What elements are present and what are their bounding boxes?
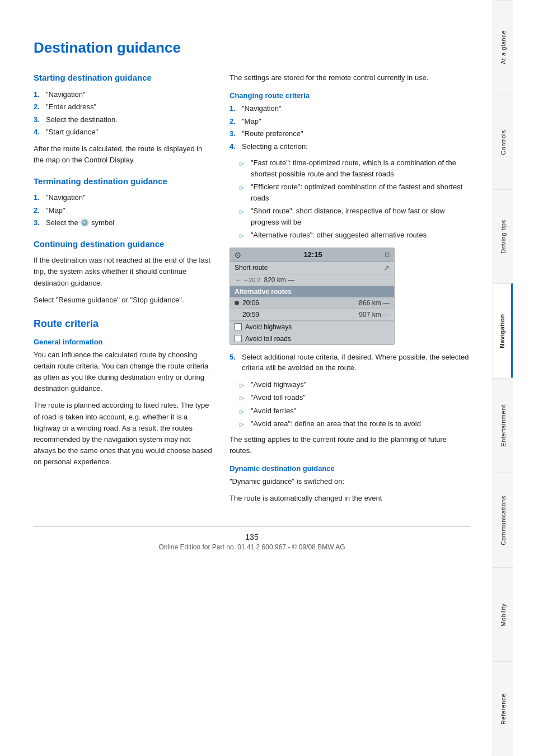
section-starting: Starting destination guidance 1. "Naviga…: [34, 72, 213, 166]
changing-step-5: 5. Select additional route criteria, if …: [229, 352, 470, 374]
nav-map-header: ⊙ 12:15 ⊡: [230, 248, 394, 262]
step5-container: 5. Select additional route criteria, if …: [229, 352, 470, 374]
starting-steps: 1. "Navigation" 2. "Enter address" 3. Se…: [34, 89, 213, 138]
starting-step-3: 3. Select the destination.: [34, 114, 213, 125]
sidebar-tab-mobility[interactable]: Mobility: [493, 567, 513, 662]
sidebar: At a glance Controls Driving tips Naviga…: [493, 0, 513, 756]
general-body3: The settings are stored for the remote c…: [229, 72, 470, 83]
changing-step-3: 3. "Route preference": [229, 128, 470, 139]
changing-steps: 1. "Navigation" 2. "Map" 3. "Route prefe…: [229, 103, 470, 152]
page-footer: 135 Online Edition for Part no. 01 41 2 …: [34, 526, 470, 551]
changing-step-2: 2. "Map": [229, 116, 470, 127]
section-route-criteria: Route criteria General information You c…: [34, 318, 213, 468]
nav-map-alt-header: Alternative routes: [230, 286, 394, 297]
section-dynamic: Dynamic destination guidance "Dynamic gu…: [229, 464, 470, 504]
dynamic-body2: The route is automatically changed in th…: [229, 493, 470, 504]
nav-map-icon: ⊙: [235, 250, 241, 259]
sidebar-tab-navigation[interactable]: Navigation: [493, 283, 513, 378]
general-body2: The route is planned according to fixed …: [34, 400, 213, 468]
changing-title: Changing route criteria: [229, 91, 470, 100]
section-terminating: Terminating destination guidance 1. "Nav…: [34, 176, 213, 228]
nav-map-time: 12:15: [303, 250, 322, 259]
nav-map-alt-row1: 20:06 866 km —: [230, 297, 394, 309]
avoid-area: ▷ "Avoid area": define an area that the …: [240, 418, 470, 430]
continuing-body2: Select "Resume guidance" or "Stop guidan…: [34, 295, 213, 306]
avoid-highways: ▷ "Avoid highways": [240, 379, 470, 390]
sidebar-tab-controls[interactable]: Controls: [493, 95, 513, 189]
sidebar-tab-reference[interactable]: Reference: [493, 661, 513, 756]
section-terminating-title: Terminating destination guidance: [34, 176, 213, 187]
nav-map-short-route-detail: → →20:2 820 km —: [230, 274, 394, 286]
starting-body: After the route is calculated, the route…: [34, 143, 213, 166]
terminating-steps: 1. "Navigation" 2. "Map" 3. Select the ⚙…: [34, 192, 213, 228]
footer-text: Online Edition for Part no. 01 41 2 600 …: [158, 543, 345, 551]
sidebar-tab-entertainment[interactable]: Entertainment: [493, 378, 513, 473]
nav-map: ⊙ 12:15 ⊡ Short route ↗ → →20:2 820 km —: [229, 248, 395, 345]
starting-step-2: 2. "Enter address": [34, 101, 213, 113]
sidebar-tab-driving-tips[interactable]: Driving tips: [493, 189, 513, 284]
changing-step-1: 1. "Navigation": [229, 103, 470, 114]
nav-map-checkbox-tolls: Avoid toll roads: [230, 333, 394, 344]
section-continuing: Continuing destination guidance If the d…: [34, 239, 213, 306]
checkbox-highways: [235, 323, 242, 330]
criterion-fast: ▷ "Fast route": time-optimized route, wh…: [240, 157, 470, 179]
changing-body-after: The setting applies to the current route…: [229, 434, 470, 456]
section-changing: Changing route criteria 1. "Navigation" …: [229, 91, 470, 456]
criterion-options: ▷ "Fast route": time-optimized route, wh…: [240, 157, 470, 241]
general-body1: You can influence the calculated route b…: [34, 349, 213, 395]
page-number: 135: [34, 533, 470, 542]
avoid-options: ▷ "Avoid highways" ▷ "Avoid toll roads" …: [240, 379, 470, 430]
terminating-step-3: 3. Select the ⚙️ symbol: [34, 217, 213, 228]
nav-map-short-route: Short route ↗: [230, 262, 394, 274]
general-right: The settings are stored for the remote c…: [229, 72, 470, 83]
terminating-step-1: 1. "Navigation": [34, 192, 213, 203]
starting-step-1: 1. "Navigation": [34, 89, 213, 100]
avoid-toll-roads: ▷ "Avoid toll roads": [240, 392, 470, 403]
sidebar-tab-communications[interactable]: Communications: [493, 473, 513, 567]
continuing-body1: If the destination was not reached at th…: [34, 255, 213, 288]
general-info-title: General information: [34, 338, 213, 346]
nav-map-checkbox-highways: Avoid highways: [230, 321, 394, 333]
section-continuing-title: Continuing destination guidance: [34, 239, 213, 250]
dynamic-title: Dynamic destination guidance: [229, 464, 470, 473]
criterion-efficient: ▷ "Efficient route": optimized combinati…: [240, 181, 470, 203]
criterion-short: ▷ "Short route": short distance, irrespe…: [240, 206, 470, 227]
changing-step-4: 4. Selecting a criterion:: [229, 141, 470, 152]
starting-step-4: 4. "Start guidance": [34, 127, 213, 138]
route-criteria-title: Route criteria: [34, 318, 213, 330]
nav-map-alt-row2: 20:59 907 km —: [230, 309, 394, 321]
step5-list: 5. Select additional route criteria, if …: [229, 352, 470, 374]
checkbox-tolls: [235, 335, 242, 342]
sidebar-tab-at-a-glance[interactable]: At a glance: [493, 0, 513, 95]
section-starting-title: Starting destination guidance: [34, 72, 213, 83]
criterion-alternative: ▷ "Alternative routes": other suggested …: [240, 230, 470, 241]
dynamic-body1: "Dynamic guidance" is switched on:: [229, 476, 470, 487]
avoid-ferries: ▷ "Avoid ferries": [240, 405, 470, 417]
nav-map-corner-icon: ⊡: [385, 251, 390, 258]
terminating-step-2: 2. "Map": [34, 205, 213, 216]
page-title: Destination guidance: [34, 39, 470, 57]
